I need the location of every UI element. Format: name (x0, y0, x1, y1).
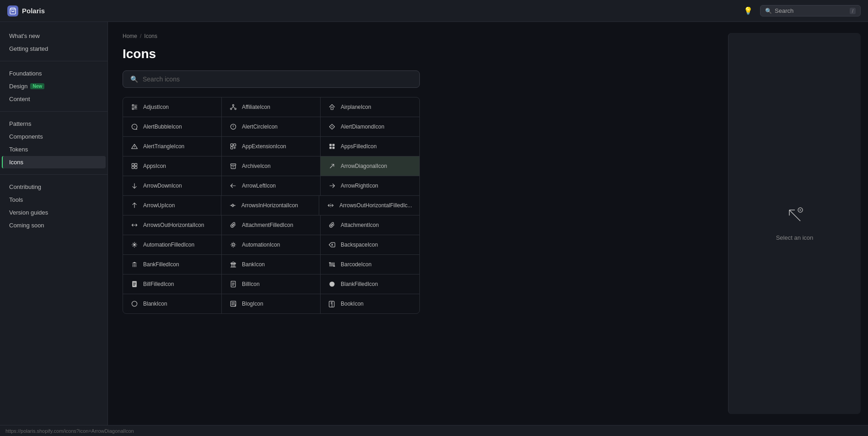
icon-cell-airplaneicon[interactable]: AirplaneIcon (321, 97, 419, 117)
icon-cell-attachmenticon[interactable]: AttachmentIcon (321, 215, 419, 235)
sidebar-section-misc: Contributing Tools Version guides Coming… (0, 178, 107, 234)
svg-rect-17 (230, 147, 233, 149)
icon-cell-billfilledicon[interactable]: BillFilledIcon (123, 275, 222, 294)
icon-cell-blogicon[interactable]: BlogIcon (222, 294, 321, 313)
sidebar-item-components[interactable]: Components (2, 130, 106, 143)
svg-point-34 (329, 281, 334, 286)
topbar: Polaris 💡 🔍 Search / (0, 0, 868, 22)
adjust-icon (130, 103, 139, 111)
icon-label: AlertDiamondIcon (341, 124, 384, 130)
icon-cell-bankicon[interactable]: BankIcon (222, 255, 321, 274)
alert-circle-icon (229, 123, 237, 131)
alert-bubble-icon (130, 123, 139, 131)
sidebar-section-main: Foundations Design New Content (0, 65, 107, 108)
icon-label: ArrowDiagonalIcon (341, 163, 387, 169)
design-new-badge: New (30, 83, 44, 89)
sidebar-item-contributing[interactable]: Contributing (2, 181, 106, 193)
sidebar-label-tools: Tools (9, 196, 23, 203)
icon-label: AppsIcon (143, 163, 166, 169)
icon-label: BillFilledIcon (143, 281, 174, 287)
search-icons-bar[interactable]: 🔍 (123, 70, 420, 88)
search-icons-icon: 🔍 (130, 75, 138, 83)
automation-icon (229, 241, 237, 249)
sidebar-item-tools[interactable]: Tools (2, 194, 106, 206)
icon-cell-automationicon[interactable]: AutomationIcon (222, 235, 321, 254)
icon-cell-arrowlefticon[interactable]: ArrowLeftIcon (222, 176, 321, 195)
svg-rect-30 (329, 262, 331, 263)
sidebar-label-components: Components (9, 133, 43, 140)
bank-icon (229, 260, 237, 269)
layout: What's new Getting started Foundations D… (0, 22, 868, 425)
sidebar-item-content[interactable]: Content (2, 93, 106, 105)
icon-label: ArchiveIcon (242, 163, 271, 169)
global-search[interactable]: 🔍 Search / (760, 5, 861, 16)
icon-cell-appextensionicon[interactable]: AppExtensionIcon (222, 137, 321, 156)
icon-label: AlertBubbleIcon (143, 124, 182, 130)
sidebar-label-getting-started: Getting started (9, 45, 48, 52)
icon-cell-bankfilledicon[interactable]: BankFilledIcon (123, 255, 222, 274)
app-extension-icon (229, 142, 237, 151)
sidebar-item-tokens[interactable]: Tokens (2, 143, 106, 156)
svg-point-12 (332, 128, 332, 128)
icon-cell-backspaceicon[interactable]: BackspaceIcon (321, 235, 419, 254)
icon-cell-arrowupicon[interactable]: ArrowUpIcon (123, 196, 221, 215)
sidebar-item-whats-new[interactable]: What's new (2, 30, 106, 42)
icon-cell-barcodeicon[interactable]: BarcodeIcon (321, 255, 419, 274)
sidebar-label-whats-new: What's new (9, 32, 40, 39)
icon-cell-arrowsouthorizontalicon[interactable]: ArrowsOutHorizontalIcon (123, 215, 222, 235)
sidebar-item-foundations[interactable]: Foundations (2, 67, 106, 80)
breadcrumb-home[interactable]: Home (123, 33, 137, 39)
icon-cell-arrowrighticon[interactable]: ArrowRightIcon (321, 176, 419, 195)
affiliate-icon (229, 103, 237, 111)
sidebar-item-design[interactable]: Design New (2, 80, 106, 92)
icon-cell-appsicon[interactable]: AppsIcon (123, 156, 222, 176)
sidebar-item-icons[interactable]: Icons (2, 156, 106, 168)
icon-cell-automationfilledicon[interactable]: AutomationFilledIcon (123, 235, 222, 254)
icon-cell-adjusticon[interactable]: AdjustIcon (123, 97, 222, 117)
sidebar-item-version-guides[interactable]: Version guides (2, 206, 106, 219)
icon-cell-blankfilledicon[interactable]: BlankFilledIcon (321, 275, 419, 294)
icon-label: AffiliateIcon (242, 104, 270, 110)
preview-cursor-icon (786, 206, 804, 229)
svg-point-4 (232, 104, 234, 106)
icon-cell-alertdiamondicon[interactable]: AlertDiamondIcon (321, 117, 419, 136)
icon-cell-bookicon[interactable]: BookIcon (321, 294, 419, 313)
main-content: Home / Icons Icons 🔍 AdjustIcon (108, 22, 728, 425)
svg-point-10 (233, 128, 234, 128)
barcode-icon (328, 260, 336, 269)
icon-label: AirplaneIcon (341, 104, 371, 110)
icon-cell-arrowdownicon[interactable]: ArrowDownIcon (123, 176, 222, 195)
icon-cell-appsfilledicon[interactable]: AppsFilledIcon (321, 137, 419, 156)
sidebar-divider-2 (0, 111, 107, 112)
icon-cell-blankicon[interactable]: BlankIcon (123, 294, 222, 313)
icon-cell-arrowdiagonalicon[interactable]: ArrowDiagonalIcon (321, 156, 419, 176)
icon-cell-archiveicon[interactable]: ArchiveIcon (222, 156, 321, 176)
sidebar-item-coming-soon[interactable]: Coming soon (2, 219, 106, 231)
bank-filled-icon (130, 260, 139, 269)
icon-cell-alerttriangleicon[interactable]: AlertTriangleIcon (123, 137, 222, 156)
sidebar-item-patterns[interactable]: Patterns (2, 118, 106, 130)
icon-cell-arrowsinhorizontalicon[interactable]: ArrowsInHorizontalIcon (221, 196, 320, 215)
blank-filled-icon (328, 280, 336, 288)
icon-label: ArrowsInHorizontalIcon (241, 202, 298, 209)
icon-cell-arrowsouthfilledicon[interactable]: ArrowsOutHorizontalFilledIc... (319, 196, 419, 215)
icon-cell-alertcircleicon[interactable]: AlertCircleIcon (222, 117, 321, 136)
icon-row: BlankIcon BlogIcon BookIcon (123, 294, 419, 313)
icon-cell-attachmentfilledicon[interactable]: AttachmentFilledIcon (222, 215, 321, 235)
search-icons-input[interactable] (143, 75, 412, 83)
icon-cell-affiliateicon[interactable]: AffiliateIcon (222, 97, 321, 117)
book-icon (328, 300, 336, 308)
svg-rect-21 (332, 147, 335, 149)
icon-cell-billicon[interactable]: BillIcon (222, 275, 321, 294)
preview-panel: Select an icon (728, 33, 861, 414)
icon-cell-alertbubbleicon[interactable]: AlertBubbleIcon (123, 117, 222, 136)
logo[interactable]: Polaris (7, 5, 45, 16)
bulb-icon[interactable]: 💡 (742, 5, 755, 17)
sidebar-label-content: Content (9, 96, 30, 102)
arrow-diagonal-icon (328, 162, 336, 170)
bill-filled-icon (130, 280, 139, 288)
icon-row: ArrowDownIcon ArrowLeftIcon ArrowRightIc… (123, 176, 419, 196)
sidebar-item-getting-started[interactable]: Getting started (2, 43, 106, 55)
logo-text: Polaris (22, 7, 45, 15)
svg-point-29 (232, 244, 235, 246)
